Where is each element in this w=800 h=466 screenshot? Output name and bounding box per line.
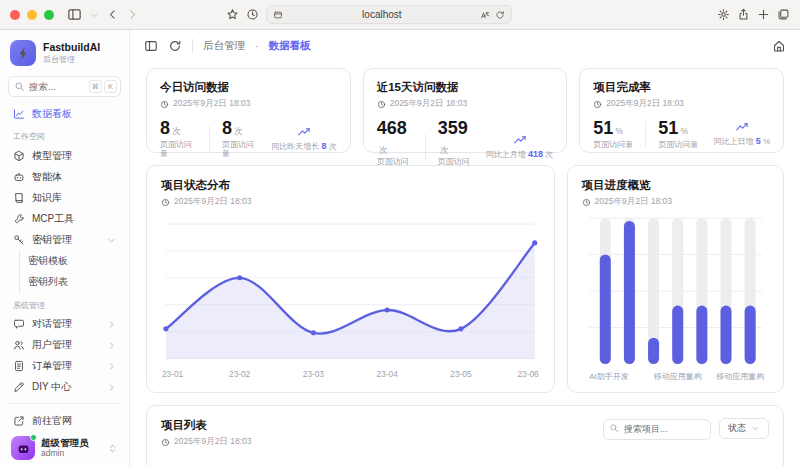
svg-text:23-04: 23-04 xyxy=(377,370,399,379)
breadcrumb-root[interactable]: 后台管理 xyxy=(203,39,245,53)
metric-label: 页面访问量 xyxy=(593,141,633,150)
keys-submenu: 密钥模板 密钥列表 xyxy=(19,251,121,293)
sidebar-item-key-list[interactable]: 密钥列表 xyxy=(28,272,121,293)
book-icon xyxy=(13,192,25,204)
clock-icon xyxy=(377,100,386,109)
sidebar-item-knowledge[interactable]: 知识库 xyxy=(8,187,121,208)
metric: 51% 页面访问量 xyxy=(593,119,633,150)
browser-sidebar-toggle-icon[interactable] xyxy=(67,7,82,22)
sidebar-item-conversations[interactable]: 对话管理 xyxy=(8,314,121,335)
trend-up-icon xyxy=(511,134,529,147)
robot-icon xyxy=(13,171,25,183)
metric: 51% 页面访问量 xyxy=(658,119,698,150)
sidebar-item-keys[interactable]: 密钥管理 xyxy=(8,229,121,250)
breadcrumb-separator: · xyxy=(255,40,259,52)
breadcrumb-current[interactable]: 数据看板 xyxy=(269,39,311,53)
topbar: 后台管理 · 数据看板 xyxy=(130,30,800,62)
zoom-window-button[interactable] xyxy=(44,10,54,20)
timestamp: 2025年9月2日 18:03 xyxy=(174,196,252,208)
sidebar: FastbuildAI 后台管理 ⌘ K 数据看板 工作空间 模型管理 xyxy=(0,30,130,466)
robot-avatar-icon xyxy=(16,441,31,456)
chevron-down-icon xyxy=(107,236,116,245)
divider xyxy=(209,126,210,152)
project-list-card: 项目列表 2025年9月2日 18:03 状态 xyxy=(146,405,784,466)
sidebar-item-orders[interactable]: 订单管理 xyxy=(8,356,121,377)
search-icon xyxy=(609,423,619,433)
history-icon[interactable] xyxy=(246,8,259,21)
trend-text: 同比上月增 xyxy=(486,150,528,159)
reload-icon[interactable] xyxy=(495,10,505,20)
chevron-down-icon xyxy=(751,424,760,433)
project-search-input[interactable] xyxy=(603,419,711,440)
divider xyxy=(645,121,646,147)
clock-icon xyxy=(593,100,602,109)
sidebar-item-users[interactable]: 用户管理 xyxy=(8,335,121,356)
home-icon[interactable] xyxy=(772,39,786,53)
project-status-chart-card: 项目状态分布 2025年9月2日 18:03 23-0123-0223-0323… xyxy=(146,165,555,393)
trend-suffix: 次 xyxy=(326,142,336,151)
sidebar-item-dashboard[interactable]: 数据看板 xyxy=(8,103,121,124)
bar-chart[interactable]: AI助手开发移动应用重构移动应用重构 xyxy=(582,214,769,386)
app-logo[interactable] xyxy=(10,40,36,66)
trend-value: 418 xyxy=(528,149,543,159)
metric-label: 页面访问量 xyxy=(658,141,698,150)
reader-icon[interactable] xyxy=(273,10,283,20)
brand-subtitle: 后台管理 xyxy=(43,54,100,65)
sidebar-item-website[interactable]: 前往官网 xyxy=(8,409,121,432)
divider xyxy=(8,403,121,404)
trend-up-icon xyxy=(295,126,313,139)
status-filter-button[interactable]: 状态 xyxy=(719,418,769,439)
document-icon xyxy=(13,360,25,372)
timestamp: 2025年9月2日 18:03 xyxy=(174,436,252,448)
sidebar-item-diy-center[interactable]: DIY 中心 xyxy=(8,377,121,398)
user-menu[interactable]: 超级管理员 admin xyxy=(8,432,121,460)
new-tab-icon[interactable] xyxy=(757,8,770,21)
tab-overview-icon[interactable] xyxy=(777,8,790,21)
sidebar-item-models[interactable]: 模型管理 xyxy=(8,145,121,166)
sidebar-item-label: 智能体 xyxy=(32,170,62,184)
project-search xyxy=(603,418,711,440)
browser-chrome: localhost xyxy=(0,0,800,30)
chevrons-up-down-icon xyxy=(107,443,118,454)
back-icon[interactable] xyxy=(106,8,119,21)
model-icon xyxy=(13,150,25,162)
timestamp: 2025年9月2日 18:03 xyxy=(173,98,251,110)
metric-value: 359 xyxy=(438,118,468,138)
settings-icon[interactable] xyxy=(717,8,730,21)
section-workspace-label: 工作空间 xyxy=(8,124,121,145)
online-status-dot xyxy=(30,434,37,441)
url-text[interactable]: localhost xyxy=(288,9,475,20)
metric-value: 51 xyxy=(593,118,613,138)
metric-unit: 次 xyxy=(440,145,449,155)
minimize-window-button[interactable] xyxy=(27,10,37,20)
user-name: 超级管理员 xyxy=(41,438,101,449)
dashboard-content: 今日访问数据 2025年9月2日 18:03 8次 页面访问量 8次 xyxy=(130,62,800,466)
close-window-button[interactable] xyxy=(10,10,20,20)
divider xyxy=(425,134,426,160)
trend-text: 同比上日增 xyxy=(713,137,755,146)
line-chart[interactable]: 23-0123-0223-0323-0423-0523-06 xyxy=(161,214,540,386)
forward-icon[interactable] xyxy=(126,8,139,21)
sidebar-search: ⌘ K xyxy=(8,76,121,97)
trend-suffix: 次 xyxy=(543,150,553,159)
bookmarks-icon[interactable] xyxy=(226,8,239,21)
sidebar-item-key-templates[interactable]: 密钥模板 xyxy=(28,251,121,272)
metric-value: 8 xyxy=(160,118,170,138)
card-title: 今日访问数据 xyxy=(160,80,337,95)
timestamp: 2025年9月2日 18:03 xyxy=(606,98,684,110)
card-title: 项目进度概览 xyxy=(582,178,769,193)
wrench-icon xyxy=(13,213,25,225)
sidebar-item-label: 知识库 xyxy=(32,191,62,205)
address-bar[interactable]: localhost xyxy=(266,5,512,24)
sidebar-item-agents[interactable]: 智能体 xyxy=(8,166,121,187)
metric-value: 51 xyxy=(658,118,678,138)
refresh-icon[interactable] xyxy=(168,39,182,53)
sidebar-item-mcp-tools[interactable]: MCP工具 xyxy=(8,208,121,229)
chevron-down-icon[interactable] xyxy=(89,10,99,20)
svg-text:23-03: 23-03 xyxy=(303,370,325,379)
collapse-sidebar-icon[interactable] xyxy=(144,39,158,53)
metric-unit: % xyxy=(615,126,623,136)
translate-icon[interactable] xyxy=(480,10,490,20)
share-icon[interactable] xyxy=(737,8,750,21)
stats-row: 今日访问数据 2025年9月2日 18:03 8次 页面访问量 8次 xyxy=(146,68,784,153)
